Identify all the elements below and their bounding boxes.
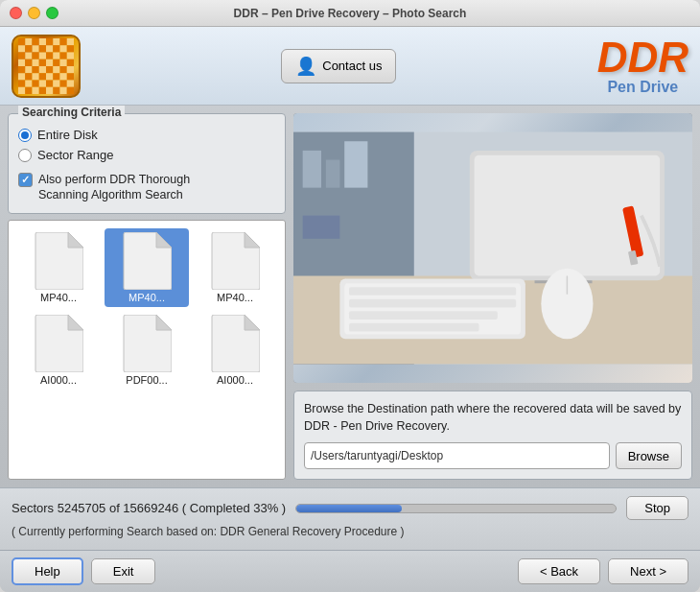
file-item-ai2[interactable]: AI000... <box>193 311 277 390</box>
svg-rect-62 <box>60 86 67 93</box>
svg-rect-51 <box>39 80 46 86</box>
destination-row: Browse <box>304 442 682 469</box>
svg-rect-14 <box>60 45 67 52</box>
svg-rect-20 <box>46 52 53 59</box>
destination-path-input[interactable] <box>304 442 610 469</box>
radio-sector-range-button[interactable] <box>18 149 32 162</box>
next-button[interactable]: Next > <box>608 558 688 584</box>
radio-entire-disk-button[interactable] <box>18 129 32 142</box>
app-logo <box>12 35 81 98</box>
svg-rect-35 <box>39 66 46 73</box>
titlebar: DDR – Pen Drive Recovery – Photo Search <box>0 0 700 27</box>
browse-button[interactable]: Browse <box>616 442 682 469</box>
svg-rect-7 <box>67 38 74 45</box>
preview-img-inner <box>293 113 692 383</box>
progress-bar-fill <box>296 505 402 512</box>
svg-rect-31 <box>67 59 74 65</box>
brand-subtitle: Pen Drive <box>597 79 688 96</box>
file-grid-container[interactable]: MP40... MP40... <box>8 220 286 481</box>
logo-checker <box>18 38 74 94</box>
file-icon-4 <box>34 315 83 372</box>
thorough-checkbox[interactable]: ✓ <box>18 173 33 187</box>
svg-rect-3 <box>39 38 46 45</box>
svg-rect-38 <box>60 66 67 73</box>
svg-rect-59 <box>39 86 46 93</box>
destination-box: Browse the Destination path where the re… <box>293 391 692 480</box>
svg-rect-54 <box>60 80 67 86</box>
svg-rect-61 <box>53 86 59 93</box>
svg-rect-13 <box>53 45 59 52</box>
file-label-1: MP40... <box>40 292 77 303</box>
file-label-4: AI000... <box>40 374 77 386</box>
svg-rect-68 <box>326 160 340 188</box>
svg-rect-46 <box>60 73 67 80</box>
svg-rect-0 <box>18 38 25 45</box>
main-container: 👤 Contact us DDR Pen Drive Searching Cri… <box>0 27 700 592</box>
radio-sector-range[interactable]: Sector Range <box>18 148 275 162</box>
svg-rect-28 <box>46 59 53 65</box>
file-label-3: MP40... <box>217 292 253 303</box>
file-label-5: PDF00... <box>126 374 167 386</box>
svg-rect-6 <box>60 38 67 45</box>
svg-rect-43 <box>39 73 46 80</box>
svg-rect-50 <box>33 80 39 86</box>
svg-rect-42 <box>33 73 39 80</box>
file-item-mp40-1[interactable]: MP40... <box>16 228 101 307</box>
search-criteria-box: Searching Criteria Entire Disk Sector Ra… <box>8 113 286 214</box>
file-icon-1 <box>34 232 83 290</box>
file-item-ai1[interactable]: AI000... <box>16 311 101 390</box>
svg-rect-17 <box>25 52 32 59</box>
svg-rect-30 <box>60 59 67 65</box>
svg-rect-37 <box>53 66 59 73</box>
radio-sector-range-label: Sector Range <box>37 148 114 162</box>
help-button[interactable]: Help <box>12 557 83 585</box>
svg-rect-27 <box>39 59 46 65</box>
progress-bar-container <box>295 504 617 513</box>
svg-rect-82 <box>349 311 498 320</box>
svg-rect-26 <box>33 59 39 65</box>
search-criteria-legend: Searching Criteria <box>18 106 125 119</box>
back-button[interactable]: < Back <box>518 558 600 584</box>
logo-svg <box>18 38 74 94</box>
file-item-mp40-2[interactable]: MP40... <box>105 228 189 307</box>
bottom-buttons: Help Exit < Back Next > <box>0 550 700 592</box>
svg-rect-83 <box>349 323 478 332</box>
svg-rect-8 <box>18 45 25 52</box>
svg-rect-41 <box>25 73 32 80</box>
stop-button[interactable]: Stop <box>626 496 688 520</box>
minimize-button[interactable] <box>28 7 40 19</box>
file-grid: MP40... MP40... <box>9 221 285 397</box>
svg-rect-10 <box>33 45 39 52</box>
svg-rect-22 <box>60 52 67 59</box>
svg-rect-34 <box>33 66 39 73</box>
svg-rect-25 <box>25 59 32 65</box>
svg-rect-52 <box>46 80 53 86</box>
destination-description: Browse the Destination path where the re… <box>304 401 682 435</box>
contact-button[interactable]: 👤 Contact us <box>281 49 396 83</box>
person-icon: 👤 <box>295 56 316 77</box>
sectors-text: Sectors 5245705 of 15669246 ( Completed … <box>12 501 286 515</box>
radio-entire-disk[interactable]: Entire Disk <box>18 128 275 142</box>
checkmark-icon: ✓ <box>21 174 30 186</box>
svg-rect-18 <box>33 52 39 59</box>
exit-button[interactable]: Exit <box>91 558 156 584</box>
svg-rect-40 <box>18 73 25 80</box>
svg-rect-56 <box>18 86 25 93</box>
svg-rect-81 <box>349 299 516 308</box>
header: 👤 Contact us DDR Pen Drive <box>0 27 700 106</box>
maximize-button[interactable] <box>46 7 58 19</box>
close-button[interactable] <box>10 7 22 19</box>
contact-label: Contact us <box>322 59 382 73</box>
content-area: Searching Criteria Entire Disk Sector Ra… <box>0 106 700 487</box>
svg-rect-45 <box>53 73 59 80</box>
file-label-2: MP40... <box>128 292 165 303</box>
svg-rect-69 <box>344 141 367 187</box>
svg-rect-4 <box>46 38 53 45</box>
preview-svg <box>293 113 692 383</box>
svg-rect-80 <box>349 287 516 296</box>
svg-rect-21 <box>53 52 59 59</box>
svg-rect-19 <box>39 52 46 59</box>
thorough-scan-row[interactable]: ✓ Also perform DDR Thorough Scanning Alg… <box>18 170 275 205</box>
file-item-pdf1[interactable]: PDF00... <box>105 311 189 390</box>
file-item-mp40-3[interactable]: MP40... <box>193 228 277 307</box>
